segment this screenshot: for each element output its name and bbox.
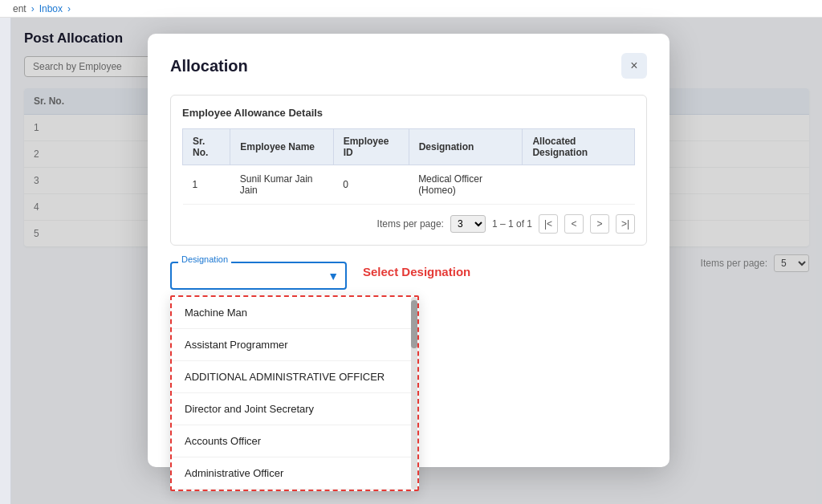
allowance-col-name: Employee Name: [230, 129, 333, 165]
page-prev-button[interactable]: <: [564, 214, 584, 234]
table-page-info: 1 – 1 of 1: [492, 218, 532, 230]
page-last-button[interactable]: >|: [616, 214, 635, 234]
breadcrumb-parent: ent: [13, 3, 26, 14]
breadcrumb: ent › Inbox ›: [0, 0, 822, 18]
allowance-table: Sr. No. Employee Name Employee ID Design…: [182, 128, 635, 205]
dropdown-item-5[interactable]: Administrative Officer: [172, 457, 417, 490]
dropdown-scrollbar-thumb: [411, 300, 417, 348]
table-items-per-page-label: Items per page:: [377, 218, 444, 230]
sidebar: [0, 18, 11, 504]
breadcrumb-chevron: ›: [31, 3, 35, 14]
allowance-row: 1 Sunil Kumar Jain Jain 0 Medical Office…: [183, 165, 635, 205]
designation-input[interactable]: [170, 262, 347, 290]
allowance-col-designation: Designation: [409, 129, 523, 165]
allowance-section: Employee Allowance Details Sr. No. Emplo…: [170, 95, 647, 246]
dropdown-scrollbar: [411, 297, 417, 490]
page-first-button[interactable]: |<: [539, 214, 558, 234]
table-items-per-page-select[interactable]: 3 5 10: [450, 215, 486, 233]
modal-title: Allocation: [170, 57, 248, 75]
allowance-col-srno: Sr. No.: [183, 129, 230, 165]
dropdown-item-0[interactable]: Machine Man: [172, 297, 417, 329]
select-designation-label: Select Designation: [363, 265, 470, 278]
main-content: Post Allocation Sr. No. Employee ry Sub …: [11, 18, 822, 504]
dropdown-item-1[interactable]: Assistant Programmer: [172, 329, 417, 361]
allowance-col-id: Employee ID: [333, 129, 409, 165]
designation-dropdown-list: Machine Man Assistant Programmer ADDITIO…: [170, 295, 419, 491]
modal-close-button[interactable]: ×: [621, 53, 647, 79]
dropdown-item-3[interactable]: Director and Joint Secretary: [172, 393, 417, 425]
designation-field: Designation ▼: [170, 262, 347, 290]
allocation-modal: Allocation × Employee Allowance Details …: [148, 34, 669, 467]
page-layout: Post Allocation Sr. No. Employee ry Sub …: [0, 18, 822, 504]
allowance-section-title: Employee Allowance Details: [182, 107, 635, 119]
modal-header: Allocation ×: [170, 53, 647, 79]
dropdown-item-2[interactable]: ADDITIONAL ADMINISTRATIVE OFFICER: [172, 361, 417, 393]
page-next-button[interactable]: >: [590, 214, 609, 234]
breadcrumb-inbox[interactable]: Inbox: [39, 3, 63, 14]
dropdown-item-4[interactable]: Accounts Officer: [172, 425, 417, 457]
table-pagination: Items per page: 3 5 10 1 – 1 of 1 |< < >…: [182, 214, 635, 234]
breadcrumb-chevron2: ›: [67, 3, 71, 14]
designation-label: Designation: [178, 254, 231, 264]
allowance-col-allocated: Allocated Designation: [523, 129, 635, 165]
designation-area: Designation ▼ Select Designation Machine…: [170, 262, 647, 290]
